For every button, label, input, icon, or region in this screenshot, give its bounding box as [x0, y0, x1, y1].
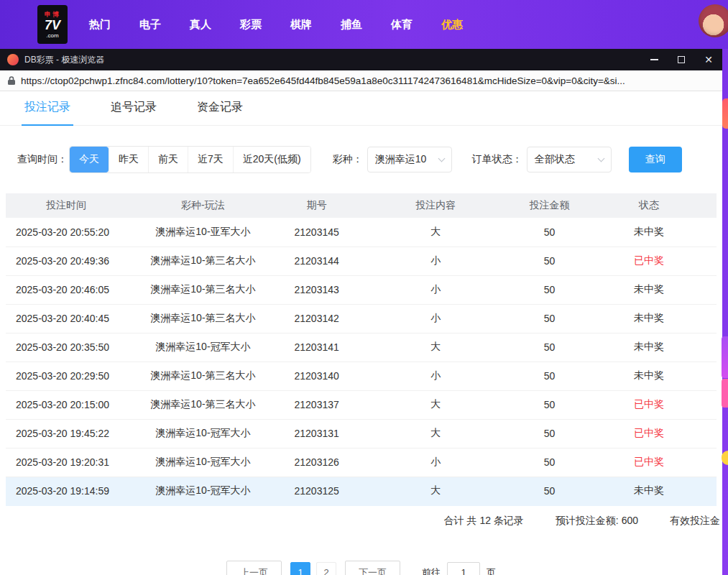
site-topbar: 申博 7V .com 热门电子真人彩票棋牌捕鱼体育优惠	[0, 0, 728, 49]
content-cell: 大	[354, 218, 517, 247]
amount-cell: 50	[517, 333, 581, 362]
status-cell: 未中奖	[581, 218, 717, 247]
issue-cell: 21203140	[280, 362, 354, 390]
nav-item-3[interactable]: 彩票	[240, 18, 262, 32]
table-header-row: 投注时间彩种-玩法期号投注内容投注金额状态	[6, 193, 717, 218]
status-cell: 已中奖	[581, 448, 717, 477]
screen: 申博 7V .com 热门电子真人彩票棋牌捕鱼体育优惠 DB彩票 - 极速浏览器…	[0, 0, 728, 575]
game-cell: 澳洲幸运10-第三名大小	[126, 390, 280, 419]
header-cell-3: 投注内容	[354, 193, 517, 218]
page-numbers: 12	[290, 562, 336, 575]
amount-cell: 50	[517, 362, 581, 390]
lock-icon	[7, 75, 16, 86]
content-cell: 大	[354, 419, 517, 448]
table-row[interactable]: 2025-03-20 19:14:59澳洲幸运10-冠军大小21203125大5…	[6, 477, 717, 505]
minimize-button[interactable]	[640, 49, 668, 70]
table-body: 2025-03-20 20:55:20澳洲幸运10-亚军大小21203145大5…	[6, 218, 717, 505]
nav-item-2[interactable]: 真人	[190, 18, 211, 32]
status-cell: 已中奖	[581, 390, 717, 419]
lottery-select[interactable]: 澳洲幸运10	[367, 147, 452, 172]
chevron-down-icon	[438, 155, 445, 162]
site-logo[interactable]: 申博 7V .com	[37, 5, 68, 44]
table-row[interactable]: 2025-03-20 20:55:20澳洲幸运10-亚军大小21203145大5…	[6, 218, 717, 247]
status-cell: 未中奖	[581, 333, 717, 362]
pagination: 上一页 12 下一页 前往 页	[0, 561, 722, 575]
issue-cell: 21203144	[280, 247, 354, 275]
nav-item-1[interactable]: 电子	[139, 18, 161, 32]
page-number-2[interactable]: 2	[316, 562, 336, 575]
amount-cell: 50	[517, 477, 581, 505]
bet-time-cell: 2025-03-20 20:29:50	[6, 362, 126, 390]
page-number-1[interactable]: 1	[290, 562, 310, 575]
bet-time-cell: 2025-03-20 20:55:20	[6, 218, 126, 247]
issue-cell: 21203143	[280, 275, 354, 304]
goto-page-input[interactable]	[447, 562, 480, 575]
issue-cell: 21203141	[280, 333, 354, 362]
address-bar[interactable]: https://ctop02pchwp1.zfnc84.com/lottery/…	[0, 70, 722, 91]
nav-item-7[interactable]: 优惠	[441, 18, 463, 32]
url-text: https://ctop02pchwp1.zfnc84.com/lottery/…	[21, 75, 625, 86]
bet-records-table: 投注时间彩种-玩法期号投注内容投注金额状态 2025-03-20 20:55:2…	[6, 193, 717, 506]
bet-time-cell: 2025-03-20 20:15:00	[6, 390, 126, 419]
nav-item-5[interactable]: 捕鱼	[341, 18, 362, 32]
status-select-value: 全部状态	[535, 153, 575, 166]
table-row[interactable]: 2025-03-20 20:49:36澳洲幸运10-第三名大小21203144小…	[6, 247, 717, 275]
bet-time-cell: 2025-03-20 19:45:22	[6, 419, 126, 448]
status-filter-label: 订单状态：	[472, 153, 522, 166]
tab-2[interactable]: 资金记录	[194, 100, 246, 126]
table-row[interactable]: 2025-03-20 20:35:50澳洲幸运10-冠军大小21203141大5…	[6, 333, 717, 362]
table-row[interactable]: 2025-03-20 20:46:05澳洲幸运10-第三名大小21203143小…	[6, 275, 717, 304]
window-titlebar[interactable]: DB彩票 - 极速浏览器 ✕	[0, 49, 722, 70]
search-button[interactable]: 查询	[629, 147, 682, 172]
amount-cell: 50	[517, 304, 581, 333]
amount-cell: 50	[517, 390, 581, 419]
floating-widget	[722, 336, 728, 378]
table-row[interactable]: 2025-03-20 20:15:00澳洲幸运10-第三名大小21203137大…	[6, 390, 717, 419]
filter-bar: 查询时间： 今天昨天前天近7天近20天(低频) 彩种： 澳洲幸运10 订单状态：…	[17, 146, 722, 173]
goto-page: 前往 页	[422, 562, 496, 575]
table-row[interactable]: 2025-03-20 19:45:22澳洲幸运10-冠军大小21203131大5…	[6, 419, 717, 448]
header-cell-1: 彩种-玩法	[126, 193, 280, 218]
game-cell: 澳洲幸运10-第三名大小	[126, 304, 280, 333]
issue-cell: 21203131	[280, 419, 354, 448]
time-option-4[interactable]: 近20天(低频)	[233, 147, 310, 172]
status-select[interactable]: 全部状态	[527, 147, 612, 172]
summary-expected-amount: 预计投注金额: 600	[556, 515, 638, 528]
status-cell: 未中奖	[581, 477, 717, 505]
maximize-button[interactable]	[668, 49, 695, 70]
game-cell: 澳洲幸运10-第三名大小	[126, 247, 280, 275]
time-option-1[interactable]: 昨天	[109, 147, 148, 172]
prev-page-button[interactable]: 上一页	[226, 561, 282, 575]
summary-bar: 合计 共 12 条记录 预计投注金额: 600 有效投注金	[0, 510, 722, 532]
top-nav: 热门电子真人彩票棋牌捕鱼体育优惠	[89, 18, 463, 32]
table-row[interactable]: 2025-03-20 20:29:50澳洲幸运10-第三名大小21203140小…	[6, 362, 717, 390]
floating-widget	[722, 379, 728, 408]
table-row[interactable]: 2025-03-20 20:40:45澳洲幸运10-第三名大小21203142小…	[6, 304, 717, 333]
table-row[interactable]: 2025-03-20 19:20:31澳洲幸运10-冠军大小21203126小5…	[6, 448, 717, 477]
lottery-filter-label: 彩种：	[333, 153, 363, 166]
tab-0[interactable]: 投注记录	[22, 100, 73, 126]
content-cell: 大	[354, 333, 517, 362]
close-button[interactable]: ✕	[695, 49, 722, 70]
page-content: 投注记录追号记录资金记录 查询时间： 今天昨天前天近7天近20天(低频) 彩种：…	[0, 91, 722, 575]
issue-cell: 21203125	[280, 477, 354, 505]
time-option-3[interactable]: 近7天	[188, 147, 233, 172]
maximize-icon	[678, 56, 685, 63]
next-page-button[interactable]: 下一页	[345, 561, 400, 575]
bet-time-cell: 2025-03-20 19:14:59	[6, 477, 126, 505]
amount-cell: 50	[517, 247, 581, 275]
time-option-2[interactable]: 前天	[148, 147, 188, 172]
lottery-select-value: 澳洲幸运10	[375, 153, 427, 166]
content-cell: 大	[354, 390, 517, 419]
floating-widget	[722, 98, 728, 129]
chevron-down-icon	[597, 155, 604, 162]
user-avatar[interactable]	[699, 4, 728, 37]
nav-item-6[interactable]: 体育	[391, 18, 413, 32]
amount-cell: 50	[517, 275, 581, 304]
nav-item-0[interactable]: 热门	[89, 18, 111, 32]
time-option-0[interactable]: 今天	[70, 147, 109, 172]
window-title: DB彩票 - 极速浏览器	[24, 54, 104, 66]
tab-1[interactable]: 追号记录	[108, 100, 160, 126]
nav-item-4[interactable]: 棋牌	[290, 18, 312, 32]
status-cell: 已中奖	[581, 247, 717, 275]
